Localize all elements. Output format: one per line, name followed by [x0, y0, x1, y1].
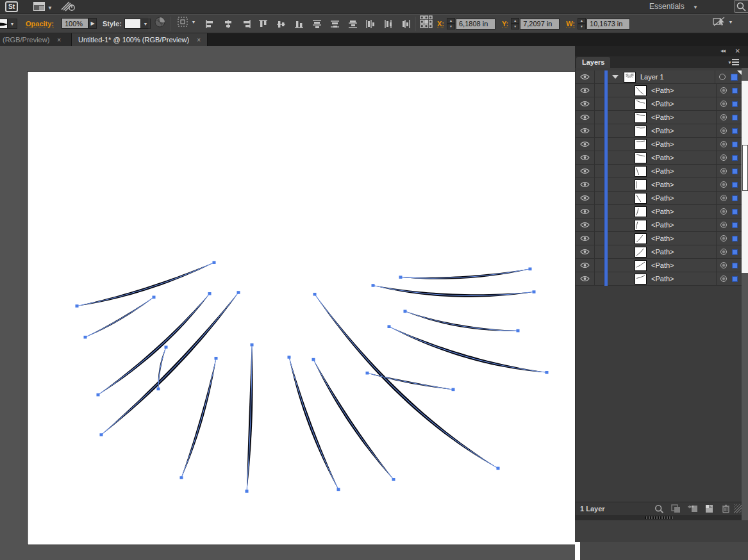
visibility-eye-icon[interactable] — [576, 178, 595, 192]
target-circle-icon[interactable] — [717, 141, 731, 147]
layer-thumbnail[interactable] — [624, 72, 636, 83]
layer-thumbnail[interactable] — [635, 126, 647, 136]
visibility-eye-icon[interactable] — [576, 245, 595, 259]
anchor-point[interactable] — [153, 296, 156, 299]
path-name[interactable]: <Path> — [651, 181, 716, 188]
anchor-point[interactable] — [215, 357, 218, 360]
new-sublayer-icon[interactable] — [684, 503, 701, 515]
selection-indicator-square[interactable] — [732, 88, 738, 94]
variable-width-profile-swatch[interactable] — [0, 19, 8, 29]
path-row[interactable]: <Path> — [576, 272, 742, 286]
selection-indicator-square[interactable] — [732, 182, 738, 188]
visibility-eye-icon[interactable] — [576, 192, 595, 205]
stepper-down[interactable]: ▼ — [578, 24, 586, 29]
layer-row[interactable]: Layer 1 — [576, 70, 742, 84]
anchor-point[interactable] — [312, 358, 315, 361]
layer-thumbnail[interactable] — [635, 85, 647, 96]
target-circle-icon[interactable] — [717, 154, 731, 161]
w-label[interactable]: W: — [566, 20, 575, 28]
visibility-eye-icon[interactable] — [576, 138, 595, 151]
delete-icon[interactable] — [717, 503, 734, 515]
layer-thumbnail[interactable] — [635, 179, 647, 190]
visibility-eye-icon[interactable] — [576, 272, 595, 286]
reference-point-grid-icon[interactable] — [418, 14, 435, 29]
new-layer-icon[interactable] — [701, 503, 717, 515]
path-row[interactable]: <Path> — [576, 232, 742, 245]
anchor-point[interactable] — [517, 329, 520, 333]
path-row[interactable]: <Path> — [576, 259, 742, 272]
arrange-documents-icon[interactable]: ▼ — [33, 2, 53, 12]
x-input[interactable] — [456, 19, 495, 29]
close-icon[interactable]: ✕ — [735, 47, 740, 54]
target-circle-icon[interactable] — [717, 249, 731, 255]
distribute-right-icon[interactable] — [399, 16, 414, 31]
stepper-up[interactable]: ▲ — [511, 18, 519, 24]
path-row[interactable]: <Path> — [576, 124, 742, 138]
selection-indicator-square[interactable] — [732, 236, 738, 242]
lock-toggle-cell[interactable] — [595, 138, 604, 151]
selection-indicator-square[interactable] — [732, 209, 738, 215]
clipping-mask-icon[interactable] — [667, 503, 684, 515]
anchor-point[interactable] — [288, 356, 291, 359]
path-name[interactable]: <Path> — [651, 208, 716, 215]
anchor-point[interactable] — [180, 476, 183, 479]
search-icon[interactable] — [734, 0, 748, 13]
selection-indicator-square[interactable] — [732, 222, 738, 228]
anchor-point[interactable] — [84, 336, 87, 339]
path-name[interactable]: <Path> — [651, 248, 716, 256]
target-circle-icon[interactable] — [717, 114, 731, 120]
selection-indicator-square[interactable] — [732, 263, 738, 268]
path-row[interactable]: <Path> — [576, 178, 742, 192]
lock-toggle-cell[interactable] — [595, 165, 604, 178]
path-name[interactable]: <Path> — [651, 167, 716, 175]
align-top-icon[interactable] — [256, 16, 271, 31]
anchor-point[interactable] — [533, 290, 536, 293]
path-row[interactable]: <Path> — [576, 245, 742, 259]
lock-toggle-cell[interactable] — [595, 192, 604, 205]
recolor-artwork-icon[interactable] — [153, 14, 167, 29]
document-tab-active[interactable]: Untitled-1* @ 100% (RGB/Preview) × — [72, 33, 208, 46]
layer-thumbnail[interactable] — [635, 193, 647, 204]
locate-object-icon[interactable] — [651, 503, 667, 515]
anchor-point[interactable] — [545, 371, 549, 374]
workspace-switcher[interactable]: Essentials ▼ — [649, 2, 698, 11]
align-v-center-icon[interactable] — [274, 16, 289, 31]
selection-indicator-square[interactable] — [732, 155, 738, 161]
visibility-eye-icon[interactable] — [576, 124, 595, 138]
target-circle-icon[interactable] — [717, 87, 731, 94]
selection-indicator-square[interactable] — [732, 276, 738, 282]
layer-thumbnail[interactable] — [635, 220, 647, 231]
selection-indicator-square[interactable] — [732, 142, 738, 147]
path-row[interactable]: <Path> — [576, 205, 742, 218]
stepper-down[interactable]: ▼ — [447, 24, 455, 29]
layer-thumbnail[interactable] — [635, 260, 647, 271]
graphic-style-swatch[interactable] — [124, 19, 141, 29]
visibility-eye-icon[interactable] — [576, 205, 595, 218]
target-circle-icon[interactable] — [717, 195, 731, 201]
target-circle-icon[interactable] — [717, 235, 731, 242]
path-name[interactable]: <Path> — [651, 100, 716, 108]
layer-name[interactable]: Layer 1 — [640, 73, 715, 81]
stepper-down[interactable]: ▼ — [511, 24, 519, 29]
panel-height-grip[interactable] — [576, 515, 742, 520]
stepper-up[interactable]: ▲ — [578, 18, 586, 24]
collapse-panels-icon[interactable]: ◂◂ — [720, 47, 725, 54]
visibility-eye-icon[interactable] — [576, 218, 595, 232]
target-circle-icon[interactable] — [717, 222, 731, 228]
anchor-point[interactable] — [529, 267, 532, 270]
document-tab-inactive[interactable]: (RGB/Preview) × — [0, 33, 72, 46]
layer-thumbnail[interactable] — [635, 99, 647, 110]
visibility-eye-icon[interactable] — [576, 165, 595, 178]
anchor-point[interactable] — [452, 388, 455, 391]
visibility-eye-icon[interactable] — [576, 259, 595, 272]
y-label[interactable]: Y: — [502, 20, 508, 28]
lock-toggle-cell[interactable] — [595, 259, 604, 272]
anchor-point[interactable] — [372, 284, 375, 287]
path-name[interactable]: <Path> — [651, 154, 716, 161]
path-row[interactable]: <Path> — [576, 84, 742, 97]
align-h-center-icon[interactable] — [220, 16, 236, 31]
anchor-point[interactable] — [497, 467, 500, 470]
path-row[interactable]: <Path> — [576, 111, 742, 124]
visibility-eye-icon[interactable] — [576, 70, 595, 84]
anchor-point[interactable] — [76, 304, 79, 308]
